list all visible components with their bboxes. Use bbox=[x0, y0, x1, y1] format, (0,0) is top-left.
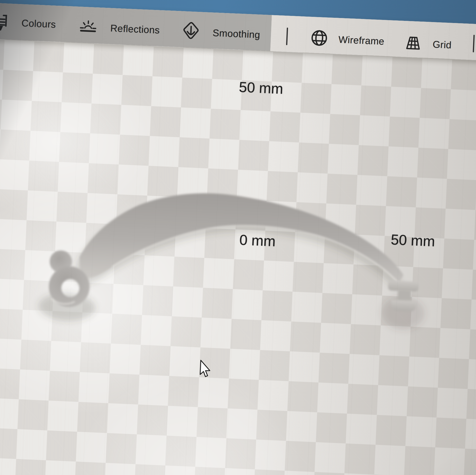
sunrise-icon bbox=[79, 19, 97, 33]
reflections-button[interactable]: Reflections bbox=[110, 22, 160, 36]
colours-button[interactable]: Colours bbox=[21, 17, 56, 30]
ruler-label-right: 50 mm bbox=[391, 231, 435, 250]
diamond-down-arrow-icon bbox=[182, 21, 200, 41]
wireframe-button[interactable]: Wireframe bbox=[338, 34, 385, 47]
ruler-label-center: 0 mm bbox=[239, 232, 276, 250]
grid-button-label: Grid bbox=[432, 39, 452, 51]
paint-icon bbox=[0, 13, 9, 34]
wireframe-button-label: Wireframe bbox=[338, 34, 385, 47]
smoothing-button-label: Smoothing bbox=[212, 27, 260, 41]
reflections-button-label: Reflections bbox=[110, 22, 160, 36]
smoothing-button[interactable]: Smoothing bbox=[212, 27, 260, 41]
colours-button-label: Colours bbox=[21, 17, 56, 30]
perspective-grid-icon bbox=[405, 35, 422, 51]
screen-photo-frame: 50 mm 0 mm 50 mm Colours bbox=[0, 0, 476, 475]
ruler-label-top: 50 mm bbox=[239, 79, 284, 97]
model-rivet-connector bbox=[387, 280, 419, 312]
globe-icon bbox=[310, 29, 329, 47]
grid-button[interactable]: Grid bbox=[432, 39, 452, 51]
app-screen: 50 mm 0 mm 50 mm Colours bbox=[0, 2, 476, 475]
